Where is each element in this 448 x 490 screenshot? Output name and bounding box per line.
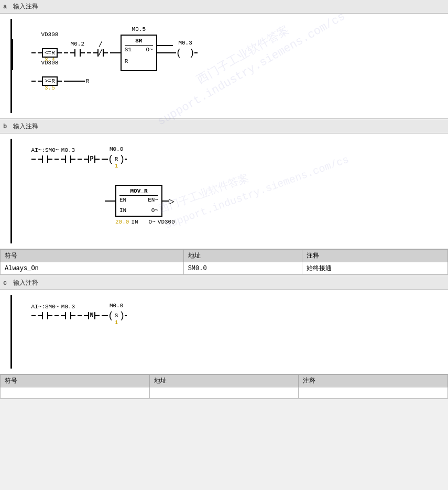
contact-sm0-c[interactable]: AI~:SM0~ — [38, 312, 52, 319]
eno-line — [162, 201, 169, 202]
b1 — [65, 155, 66, 163]
h4-c — [102, 315, 106, 316]
l2 — [95, 315, 100, 316]
sym-c-h1: 符号 — [1, 375, 150, 387]
b1 — [74, 49, 75, 57]
coil-body: ( ) — [173, 48, 198, 58]
contact-m03-c[interactable]: M0.3 — [61, 312, 75, 319]
m02-label: M0.2 — [71, 41, 84, 47]
l2 — [58, 81, 62, 82]
section-b-comment: 输入注释 — [11, 121, 40, 132]
contact-nc-slash[interactable]: / / — [93, 49, 108, 57]
contact-vd308-leq[interactable]: VD308 <=R 3.4 — [38, 48, 62, 58]
mov-in-pin: IN — [119, 207, 126, 214]
m03-b-label: M0.3 — [61, 147, 75, 153]
contact-m03-b[interactable]: M0.3 — [61, 155, 75, 163]
h-line-2 — [64, 52, 68, 53]
vd308-geq-value: 3.5 — [45, 85, 55, 91]
nc-slash-label: / — [99, 41, 103, 49]
contact-vd308-geq[interactable]: VD308 >=R 3.5 — [38, 76, 62, 86]
l1 — [84, 315, 88, 316]
mov-r-fb[interactable]: MOV_R EN EN~ IN O~ — [115, 185, 162, 217]
p-char: P — [89, 155, 94, 163]
set-main-row: AI~:SM0~ M0.3 — [31, 311, 438, 320]
cl2 — [125, 315, 127, 316]
l1 — [38, 315, 42, 316]
section-a-content: 西门子工业软件答案support.industry.siemens.com/cs… — [0, 14, 448, 118]
m03-c-label: M0.3 — [61, 304, 75, 310]
mov-io-row: IN O~ — [119, 207, 158, 214]
h3 — [78, 159, 82, 160]
l1 — [93, 52, 97, 53]
sym-table-b-body: Always_On SM0.0 始终接通 — [1, 262, 448, 275]
contact-n-edge[interactable]: N — [84, 312, 100, 319]
section-a: a 输入注释 西门子工业软件答案support.industry.siemens… — [0, 0, 448, 119]
c-line-l — [38, 52, 42, 53]
v-branch-line — [12, 39, 13, 70]
section-c-comment: 输入注释 — [11, 277, 40, 288]
l2 — [71, 315, 75, 316]
sr-fb-title: SR — [125, 38, 153, 46]
mov-eno-pin: EN~ — [148, 197, 158, 203]
contact-sm0[interactable]: AI~:SM0~ — [38, 155, 52, 163]
sym-h2: 地址 — [183, 250, 302, 262]
sym-c-empty-row — [1, 387, 448, 398]
sr-rung: VD308 <=R 3.4 M0.2 — [31, 19, 438, 86]
power-rail-left-b — [10, 139, 12, 243]
coil-value: 1 — [115, 163, 118, 169]
sr-s1-pin: S1 — [125, 47, 132, 53]
l2 — [104, 52, 108, 53]
coil-inner — [182, 50, 189, 56]
section-b-content: 西门子工业软件答案support.industry.siemens.com/cs… — [0, 133, 448, 249]
l1 — [61, 159, 65, 160]
mov-io-labels: 20.0 IN O~ VD300 — [105, 219, 175, 225]
h-line-b1 — [31, 159, 36, 160]
b1 — [65, 312, 66, 319]
sr-out-pin: O~ — [146, 47, 153, 53]
contact-p-edge[interactable]: P — [84, 155, 100, 163]
sr-r-conn: R — [86, 78, 90, 84]
sr-out-line — [157, 45, 173, 46]
sym-h1: 符号 — [1, 250, 184, 262]
cp2: ) — [189, 48, 195, 58]
mov-main-row: AI~:SM0~ M0.3 — [31, 154, 438, 164]
h4 — [102, 159, 106, 160]
nc-body: / — [93, 49, 108, 57]
mov-in-arrow: IN — [131, 219, 138, 225]
coil-s-type: S — [114, 313, 119, 319]
section-a-header: a 输入注释 — [0, 0, 448, 14]
l1 — [38, 81, 42, 82]
coil-type: R — [114, 156, 119, 162]
coil-m03[interactable]: M0.3 ( ) — [173, 48, 198, 58]
sym-table-c: 符号 地址 注释 — [0, 374, 448, 398]
sm0-c-body — [38, 312, 52, 319]
c-line-r — [58, 52, 62, 53]
sr-row1: S1 O~ — [125, 47, 153, 53]
h2-c — [54, 315, 59, 316]
l1 — [84, 159, 88, 160]
n-edge-body: N — [84, 312, 100, 319]
sym-h3: 注释 — [302, 250, 448, 262]
m03-b-body — [61, 155, 75, 163]
sym-table-c-head: 符号 地址 注释 — [1, 375, 448, 387]
sym-c-r1-s — [1, 387, 150, 398]
sym-c-header-row: 符号 地址 注释 — [1, 375, 448, 387]
l2 — [48, 315, 52, 316]
sym-row1-address: SM0.0 — [183, 262, 302, 275]
section-c-symbol-table: 符号 地址 注释 — [0, 374, 448, 398]
l1 — [70, 52, 74, 53]
cl2 — [125, 159, 127, 160]
l1 — [61, 315, 65, 316]
sm0-body — [38, 155, 52, 163]
l2 — [71, 159, 75, 160]
contact-m02[interactable]: M0.2 — [70, 49, 85, 57]
sr-fb[interactable]: SR S1 O~ R — [121, 35, 157, 71]
sym-row1-symbol: Always_On — [1, 262, 184, 275]
coil-m00-s[interactable]: M0.0 ( S ) 1 — [106, 311, 127, 320]
coil-label: M0.3 — [178, 40, 192, 46]
h3-c — [78, 315, 82, 316]
section-c-content: AI~:SM0~ M0.3 — [0, 290, 448, 374]
h-line-3 — [87, 52, 91, 53]
sr-fb-container: M0.5 SR S1 O~ R — [121, 35, 157, 71]
coil-m00-r[interactable]: M0.0 ( R ) 1 — [106, 154, 127, 164]
